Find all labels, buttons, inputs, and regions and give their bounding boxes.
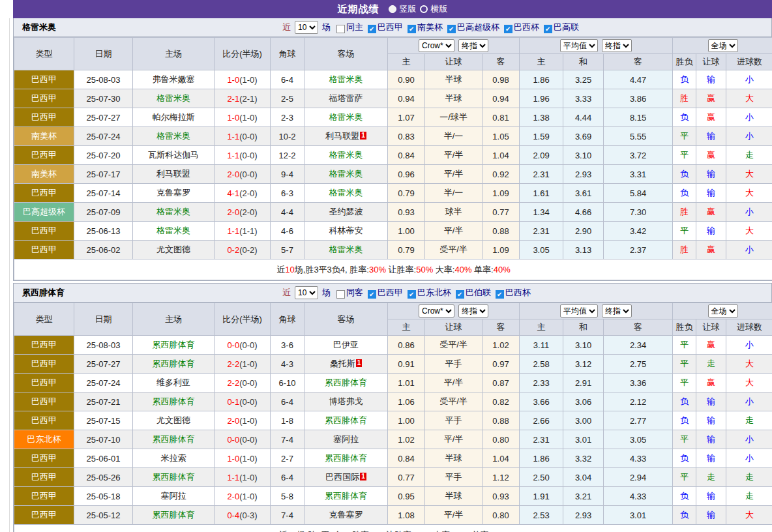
home-team-cell[interactable]: 瓦斯科达伽马 bbox=[133, 146, 215, 165]
handicap-result-cell: 输 bbox=[696, 392, 726, 411]
home-team-cell[interactable]: 克鲁塞罗 bbox=[133, 184, 215, 203]
home-team-cell[interactable]: 格雷米奥 bbox=[133, 127, 215, 146]
away-team-name: 巴伊亚 bbox=[333, 340, 359, 349]
away-team-cell[interactable]: 累西腓体育 bbox=[304, 449, 388, 468]
league-1-checkbox[interactable] bbox=[408, 290, 416, 299]
away-team-cell[interactable]: 桑托斯1 bbox=[304, 355, 388, 374]
league-2-checkbox[interactable] bbox=[447, 25, 456, 33]
away-team-cell[interactable]: 利马联盟1 bbox=[304, 127, 388, 146]
away-team-name: 格雷米奥 bbox=[329, 150, 363, 160]
handicap-result-cell: 输 bbox=[696, 70, 726, 89]
away-team-cell[interactable]: 格雷米奥 bbox=[304, 70, 388, 89]
home-team-cell[interactable]: 米拉索 bbox=[133, 449, 215, 468]
average-select[interactable]: 平均值 bbox=[560, 39, 598, 52]
away-team-cell[interactable]: 累西腓体育 bbox=[304, 411, 388, 430]
table-row: 南美杯25-07-17利马联盟2-0(0-0)9-4格雷米奥0.96平/半0.9… bbox=[14, 165, 772, 184]
home-team-cell[interactable]: 尤文图德 bbox=[133, 241, 215, 259]
home-team-name: 格雷米奥 bbox=[156, 226, 190, 235]
scope-select[interactable]: 全场 bbox=[708, 304, 738, 318]
away-team-name: 累西腓体育 bbox=[325, 491, 367, 501]
avg-away-cell: 2.77 bbox=[604, 411, 673, 430]
corner-cell: 6-4 bbox=[271, 392, 304, 411]
league-3-checkbox[interactable] bbox=[504, 25, 512, 33]
away-team-cell[interactable]: 圣约瑟波 bbox=[304, 203, 388, 222]
avg-draw-cell: 3.61 bbox=[563, 184, 604, 203]
full-time-score: 1-1 bbox=[227, 132, 239, 141]
bookmaker-odds-header: Crow*终指 bbox=[388, 38, 520, 54]
away-team-cell[interactable]: 克鲁塞罗 bbox=[304, 506, 388, 525]
handicap-result-cell: 输 bbox=[696, 165, 726, 184]
home-team-cell[interactable]: 塞阿拉 bbox=[133, 487, 215, 506]
same-venue-checkbox[interactable] bbox=[336, 290, 345, 299]
home-team-cell[interactable]: 弗鲁米嫩塞 bbox=[133, 70, 215, 89]
league-2-checkbox[interactable] bbox=[456, 290, 464, 299]
result-cell: 平 bbox=[673, 336, 696, 355]
away-team-cell[interactable]: 巴西国际1 bbox=[304, 468, 388, 487]
red-card-badge: 1 bbox=[360, 132, 366, 140]
home-team-cell[interactable]: 尤文图德 bbox=[133, 411, 215, 430]
home-team-cell[interactable]: 帕尔梅拉斯 bbox=[133, 108, 215, 127]
away-team-cell[interactable]: 累西腓体育 bbox=[304, 374, 388, 392]
home-team-cell[interactable]: 累西腓体育 bbox=[133, 468, 215, 487]
away-team-cell[interactable]: 塞阿拉 bbox=[304, 430, 388, 449]
filter-bar: 累西腓体育 近10场同客巴西甲巴东北杯巴伯联巴西杯 bbox=[14, 284, 771, 303]
handicap-cell: 平手 bbox=[425, 411, 482, 430]
column-header-0: 类型 bbox=[14, 303, 74, 336]
away-team-cell[interactable]: 巴伊亚 bbox=[304, 336, 388, 355]
away-team-cell[interactable]: 博塔弗戈 bbox=[304, 392, 388, 411]
summary-part: 20% bbox=[414, 530, 431, 532]
handicap-result-cell: 输 bbox=[696, 222, 726, 241]
home-team-cell[interactable]: 格雷米奥 bbox=[133, 89, 215, 108]
bookmaker-period-select[interactable]: 终指 bbox=[458, 304, 488, 318]
corner-cell: 5-8 bbox=[271, 487, 304, 506]
away-team-cell[interactable]: 格雷米奥 bbox=[304, 241, 388, 259]
bookmaker-select[interactable]: Crow* bbox=[419, 304, 454, 318]
home-team-cell[interactable]: 累西腓体育 bbox=[133, 355, 215, 374]
away-team-cell[interactable]: 格雷米奥 bbox=[304, 184, 388, 203]
home-team-cell[interactable]: 累西腓体育 bbox=[133, 336, 215, 355]
league-4-checkbox[interactable] bbox=[544, 25, 552, 33]
odds-home-cell: 0.84 bbox=[388, 146, 425, 165]
filter-controls: 近10场同客巴西甲巴东北杯巴伯联巴西杯 bbox=[282, 286, 531, 299]
recent-count-select[interactable]: 10 bbox=[295, 21, 318, 34]
average-period-select[interactable]: 终指 bbox=[602, 39, 632, 52]
home-team-cell[interactable]: 累西腓体育 bbox=[133, 430, 215, 449]
type-cell: 巴西甲 bbox=[14, 374, 74, 392]
home-team-cell[interactable]: 累西腓体育 bbox=[133, 506, 215, 525]
league-1-checkbox[interactable] bbox=[408, 25, 416, 33]
away-team-cell[interactable]: 累西腓体育 bbox=[304, 487, 388, 506]
bookmaker-period-select[interactable]: 终指 bbox=[458, 39, 488, 52]
away-team-cell[interactable]: 科林蒂安 bbox=[304, 222, 388, 241]
average-period-select[interactable]: 终指 bbox=[602, 304, 632, 318]
handicap-result-cell: 走 bbox=[696, 468, 726, 487]
page-title: 近期战绩 bbox=[338, 3, 379, 16]
bookmaker-select[interactable]: Crow* bbox=[419, 39, 454, 52]
away-team-cell[interactable]: 格雷米奥 bbox=[304, 165, 388, 184]
score-cell: 4-1(2-0) bbox=[215, 184, 271, 203]
avg-draw-cell: 3.69 bbox=[563, 127, 604, 146]
home-team-cell[interactable]: 累西腓体育 bbox=[133, 392, 215, 411]
average-odds-header: 平均值终指 bbox=[520, 303, 673, 319]
home-team-cell[interactable]: 格雷米奥 bbox=[133, 222, 215, 241]
home-team-cell[interactable]: 维多利亚 bbox=[133, 374, 215, 392]
home-team-cell[interactable]: 利马联盟 bbox=[133, 165, 215, 184]
average-select[interactable]: 平均值 bbox=[560, 304, 598, 318]
away-team-cell[interactable]: 福塔雷萨 bbox=[304, 89, 388, 108]
away-team-cell[interactable]: 格雷米奥 bbox=[304, 108, 388, 127]
scope-select[interactable]: 全场 bbox=[708, 39, 738, 52]
view-mode-radio-0[interactable] bbox=[389, 5, 396, 13]
score-cell: 2-2(1-0) bbox=[215, 355, 271, 374]
type-cell: 巴西甲 bbox=[14, 108, 74, 127]
away-team-cell[interactable]: 格雷米奥 bbox=[304, 146, 388, 165]
table-row: 巴西甲25-05-18塞阿拉2-0(1-0)5-8累西腓体育0.95半球0.93… bbox=[14, 487, 772, 506]
date-cell: 25-07-24 bbox=[74, 374, 133, 392]
recent-count-select[interactable]: 10 bbox=[295, 286, 318, 299]
league-0-checkbox[interactable] bbox=[368, 290, 376, 299]
goals-result-cell: 小 bbox=[726, 430, 772, 449]
same-venue-checkbox[interactable] bbox=[336, 25, 345, 33]
view-mode-radio-1[interactable] bbox=[420, 5, 428, 13]
league-0-checkbox[interactable] bbox=[368, 25, 376, 33]
league-3-checkbox[interactable] bbox=[496, 290, 504, 299]
odds-home-cell: 1.01 bbox=[388, 374, 425, 392]
home-team-cell[interactable]: 格雷米奥 bbox=[133, 203, 215, 222]
